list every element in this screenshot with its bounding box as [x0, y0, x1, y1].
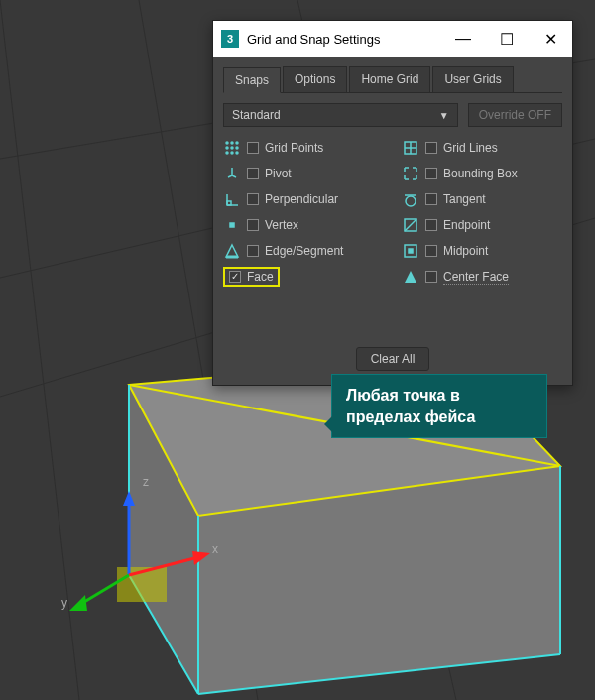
svg-point-29: [236, 147, 238, 149]
minimize-button[interactable]: —: [441, 21, 485, 57]
axis-x-label: x: [212, 542, 218, 556]
checkbox[interactable]: [247, 193, 259, 205]
svg-marker-47: [226, 245, 238, 257]
grid-points-icon: [223, 139, 241, 157]
checkbox[interactable]: [247, 245, 259, 257]
svg-point-30: [226, 152, 228, 154]
tangent-icon: [402, 190, 419, 208]
axis-z-label: z: [143, 475, 149, 489]
edge-icon: [223, 242, 241, 260]
svg-line-37: [228, 175, 232, 177]
svg-line-3: [0, 0, 79, 700]
svg-point-31: [231, 152, 233, 154]
face-highlight: Face: [223, 267, 280, 287]
snap-edge-segment[interactable]: Edge/Segment: [223, 240, 384, 262]
tab-options[interactable]: Options: [283, 66, 347, 92]
checkbox[interactable]: [425, 142, 437, 154]
app-icon: 3: [221, 30, 239, 48]
tabs: Snaps Options Home Grid User Grids: [223, 66, 562, 93]
caret-down-icon: ▼: [439, 110, 449, 121]
center-face-icon: [402, 268, 419, 286]
window-title: Grid and Snap Settings: [247, 32, 441, 47]
grid-lines-icon: [402, 139, 419, 157]
svg-point-26: [236, 142, 238, 144]
svg-marker-51: [405, 271, 416, 283]
annotation-tooltip: Любая точка в пределах фейса: [331, 374, 547, 438]
override-button[interactable]: Override OFF: [468, 103, 562, 127]
svg-line-38: [232, 175, 236, 177]
dropdown-value: Standard: [232, 108, 281, 122]
checkbox[interactable]: [425, 193, 437, 205]
snap-bounding-box[interactable]: Bounding Box: [402, 163, 562, 184]
bounding-box-icon: [402, 165, 419, 182]
checkbox[interactable]: [425, 219, 437, 231]
checkbox[interactable]: [229, 271, 241, 283]
snap-face[interactable]: Face: [223, 266, 384, 288]
checkbox[interactable]: [247, 219, 259, 231]
checkbox[interactable]: [425, 245, 437, 257]
svg-line-46: [405, 219, 416, 231]
close-button[interactable]: ✕: [529, 21, 572, 57]
checkbox[interactable]: [247, 142, 259, 154]
grid-snap-settings-dialog: 3 Grid and Snap Settings — ☐ ✕ Snaps Opt…: [212, 20, 573, 386]
midpoint-icon: [402, 242, 419, 260]
svg-point-32: [236, 152, 238, 154]
svg-rect-50: [409, 249, 413, 253]
snap-grid-lines[interactable]: Grid Lines: [402, 137, 562, 159]
snap-center-face[interactable]: Center Face: [402, 266, 562, 288]
snap-perpendicular[interactable]: Perpendicular: [223, 188, 384, 210]
endpoint-icon: [402, 216, 419, 234]
snap-pivot[interactable]: Pivot: [223, 163, 384, 184]
svg-point-28: [231, 147, 233, 149]
svg-point-25: [231, 142, 233, 144]
svg-rect-41: [227, 201, 231, 205]
clear-all-button[interactable]: Clear All: [356, 347, 430, 371]
snap-grid-points[interactable]: Grid Points: [223, 137, 384, 159]
tab-user-grids[interactable]: User Grids: [432, 66, 513, 92]
checkbox[interactable]: [247, 168, 259, 179]
maximize-button[interactable]: ☐: [485, 21, 529, 57]
svg-point-27: [226, 147, 228, 149]
tab-snaps[interactable]: Snaps: [223, 67, 281, 93]
perpendicular-icon: [223, 190, 241, 208]
axis-y-label: y: [61, 596, 67, 610]
snap-vertex[interactable]: Vertex: [223, 214, 384, 236]
svg-point-24: [226, 142, 228, 144]
snap-tangent[interactable]: Tangent: [402, 188, 562, 210]
checkbox[interactable]: [425, 168, 437, 179]
svg-marker-22: [69, 595, 87, 611]
vertex-icon: [223, 216, 241, 234]
snap-endpoint[interactable]: Endpoint: [402, 214, 562, 236]
snap-type-dropdown[interactable]: Standard ▼: [223, 103, 458, 127]
svg-rect-44: [230, 223, 234, 227]
svg-point-42: [406, 196, 416, 206]
snap-options-grid: Grid Points Grid Lines Pivot Bounding Bo…: [223, 137, 562, 288]
checkbox[interactable]: [425, 271, 437, 283]
tab-home-grid[interactable]: Home Grid: [349, 66, 430, 92]
pivot-icon: [223, 165, 241, 182]
annotation-line2: пределах фейса: [346, 407, 533, 428]
snap-midpoint[interactable]: Midpoint: [402, 240, 562, 262]
titlebar[interactable]: 3 Grid and Snap Settings — ☐ ✕: [213, 21, 572, 57]
annotation-line1: Любая точка в: [346, 387, 460, 404]
